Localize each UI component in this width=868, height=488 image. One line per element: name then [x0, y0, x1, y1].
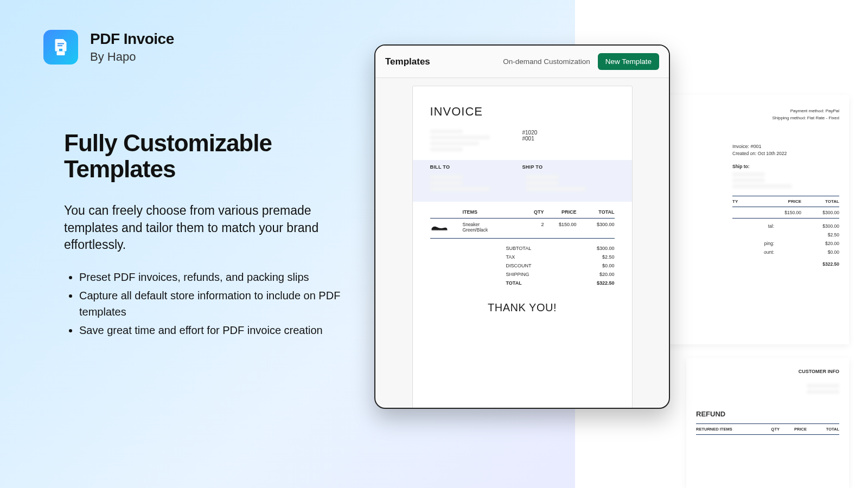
bg-discount-label: ount: [732, 249, 801, 255]
blurred-text [732, 178, 765, 182]
refund-col-price: PRICE [780, 427, 807, 432]
app-name: PDF Invoice [90, 30, 174, 48]
bg-discount: $0.00 [801, 249, 839, 255]
bg-table-row: $150.00 $300.00 [732, 207, 839, 219]
subtotal-label: SUBTOTAL [430, 246, 577, 251]
blurred-text [732, 172, 765, 176]
invoice-number: #001 [522, 136, 615, 142]
refund-title: REFUND [696, 410, 839, 418]
tax-value: $2.50 [577, 254, 615, 260]
ship-to-label: SHIP TO [522, 164, 615, 170]
blurred-text [430, 136, 490, 139]
blurred-text [430, 147, 463, 151]
product-variant: Green/Black [463, 227, 522, 233]
invoice-preview[interactable]: INVOICE #1020 #001 BILL TO SHIP TO [412, 86, 633, 409]
blurred-text [526, 175, 559, 179]
bg-shipping-label: ping: [732, 241, 801, 246]
document-printer-icon [51, 37, 71, 57]
bill-to-label: BILL TO [430, 164, 522, 170]
subheadline: You can freely choose from various prema… [64, 202, 352, 254]
bill-ship-section: BILL TO SHIP TO [413, 160, 632, 202]
line-total: $300.00 [577, 222, 615, 227]
bg-invoice-number: Invoice: #001 [732, 144, 839, 149]
customer-info-label: CUSTOMER INFO [696, 369, 839, 374]
bullet-item: Save great time and effort for PDF invoi… [79, 322, 352, 338]
product-name: Sneaker [463, 222, 522, 227]
blurred-text [526, 181, 559, 185]
col-price: PRICE [544, 209, 577, 215]
svg-rect-1 [58, 45, 62, 46]
blurred-text [430, 130, 463, 133]
bg-col-qty: TY [732, 199, 769, 204]
order-number: #1020 [522, 130, 615, 136]
blurred-text [807, 390, 839, 394]
bullet-list: Preset PDF invoices, refunds, and packin… [64, 269, 352, 338]
bg-col-price: PRICE [769, 199, 801, 204]
background-refund-card: CUSTOMER INFO REFUND RETURNED ITEMS QTY … [686, 358, 849, 488]
shipping-value: $20.00 [577, 272, 615, 277]
marketing-copy: Fully Customizable Templates You can fre… [64, 130, 352, 341]
total-value: $322.50 [577, 280, 615, 286]
bullet-item: Capture all default store information to… [79, 287, 352, 320]
refund-col-total: TOTAL [807, 427, 839, 432]
panel-header: Templates On-demand Customization New Te… [375, 46, 669, 78]
refund-col-qty: QTY [760, 427, 780, 432]
subtotal-value: $300.00 [577, 246, 615, 251]
invoice-title: INVOICE [430, 105, 615, 119]
col-items: ITEMS [463, 209, 522, 215]
total-label: TOTAL [430, 280, 577, 286]
blurred-text [430, 175, 463, 179]
col-qty: QTY [522, 209, 544, 215]
shipping-label: SHIPPING [430, 272, 577, 277]
shipping-method: Shipping method: Flat Rate - Fixed [732, 115, 839, 122]
bg-shipping: $20.00 [801, 241, 839, 246]
discount-label: DISCOUNT [430, 263, 577, 268]
bg-line-total: $300.00 [801, 210, 839, 215]
bg-subtotal-label: tal: [732, 223, 801, 229]
col-total: TOTAL [577, 209, 615, 215]
refund-col-items: RETURNED ITEMS [696, 427, 760, 432]
bg-col-total: TOTAL [801, 199, 839, 204]
bg-subtotal: $300.00 [801, 223, 839, 229]
blurred-text [526, 187, 586, 191]
tax-label: TAX [430, 254, 577, 260]
blurred-text [807, 384, 839, 388]
table-row: Sneaker Green/Black 2 $150.00 $300.00 [430, 219, 615, 239]
blurred-text [430, 187, 490, 191]
bg-table-header: TY PRICE TOTAL [732, 196, 839, 207]
bg-ship-to-label: Ship to: [732, 164, 839, 169]
blurred-text [732, 184, 792, 188]
svg-rect-0 [58, 43, 64, 44]
thank-you: THANK YOU! [430, 301, 615, 314]
on-demand-customization-link[interactable]: On-demand Customization [503, 57, 590, 66]
discount-value: $0.00 [577, 263, 615, 268]
bullet-item: Preset PDF invoices, refunds, and packin… [79, 269, 352, 285]
totals-block: SUBTOTAL$300.00 TAX$2.50 DISCOUNT$0.00 S… [430, 244, 615, 287]
new-template-button[interactable]: New Template [598, 53, 659, 70]
app-header: PDF Invoice By Hapo [43, 30, 174, 65]
payment-method: Payment method: PayPal [732, 108, 839, 115]
bg-created-date: Created on: Oct 10th 2022 [732, 151, 839, 156]
product-thumbnail [430, 222, 449, 233]
bg-line-price: $150.00 [769, 210, 801, 215]
panel-title: Templates [385, 56, 430, 67]
background-invoice-card: Payment method: PayPal Shipping method: … [667, 95, 849, 344]
svg-rect-2 [57, 52, 65, 56]
blurred-text [430, 142, 479, 145]
app-by: By Hapo [90, 50, 174, 64]
refund-table-header: RETURNED ITEMS QTY PRICE TOTAL [696, 423, 839, 435]
line-price: $150.00 [544, 222, 577, 227]
headline: Fully Customizable Templates [64, 130, 352, 183]
table-header: ITEMS QTY PRICE TOTAL [430, 202, 615, 219]
app-logo [43, 30, 78, 65]
line-qty: 2 [522, 222, 544, 227]
templates-panel: Templates On-demand Customization New Te… [374, 44, 670, 409]
bg-tax: $2.50 [801, 232, 839, 237]
blurred-text [430, 181, 463, 185]
bg-total: $322.50 [801, 261, 839, 267]
sneaker-icon [430, 222, 449, 232]
